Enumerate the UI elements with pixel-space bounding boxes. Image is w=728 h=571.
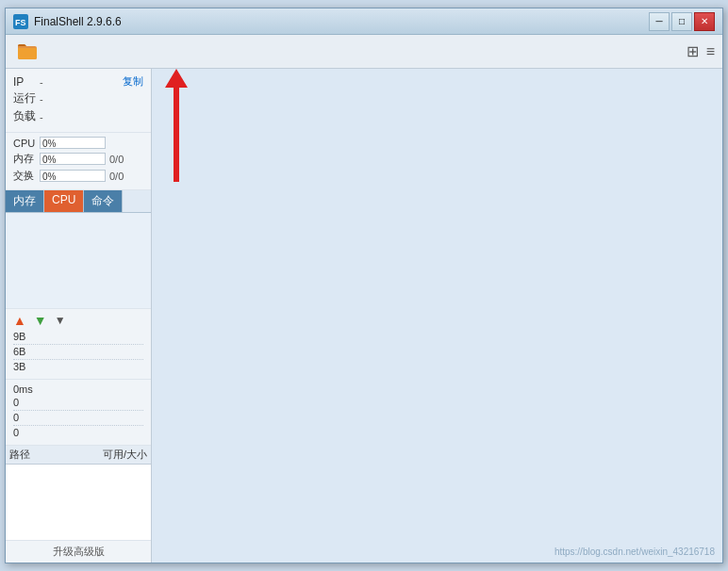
tab-bar: 内存 CPU 命令	[6, 190, 151, 213]
file-table-header: 路径 可用/大小	[6, 446, 151, 465]
upload-icon: ▲	[13, 313, 26, 328]
network-stats: ▲ ▼ ▼ 9B 6B 3B	[6, 308, 151, 379]
maximize-button[interactable]: □	[671, 12, 692, 31]
mem-progress-bar: 0%	[40, 153, 106, 165]
run-row: 运行 -	[13, 90, 143, 106]
latency-val1: 0	[13, 397, 143, 411]
latency-val2: 0	[13, 412, 143, 426]
cpu-label: CPU	[13, 138, 36, 149]
progress-section: CPU 0% 内存 0% 0/0 交换	[6, 133, 151, 190]
right-content: https://blog.csdn.net/weixin_43216718	[152, 69, 722, 563]
cpu-progress-bar: 0%	[40, 137, 106, 149]
latency-ms: 0ms	[13, 383, 143, 395]
latency-section: 0ms 0 0 0	[6, 379, 151, 445]
load-row: 负载 -	[13, 108, 143, 124]
mem-row: 内存 0% 0/0	[13, 152, 143, 166]
main-content: IP - 复制 运行 - 负载 - CPU	[6, 69, 722, 563]
title-bar-left: FS FinalShell 2.9.6.6	[13, 14, 122, 29]
file-table-body[interactable]	[6, 465, 151, 541]
cpu-progress-text: 0%	[42, 138, 56, 150]
swap-progress-bar: 0%	[40, 170, 106, 182]
ip-label: IP	[13, 75, 40, 89]
menu-icon[interactable]: ≡	[706, 43, 715, 60]
swap-extra: 0/0	[109, 171, 124, 182]
mem-label: 内存	[13, 152, 36, 166]
close-button[interactable]: ✕	[694, 12, 715, 31]
neutral-icon: ▼	[55, 314, 66, 327]
minimize-button[interactable]: ─	[649, 12, 670, 31]
mem-progress-text: 0%	[42, 154, 56, 166]
ip-row: IP - 复制	[13, 74, 143, 89]
run-label: 运行	[13, 90, 40, 106]
net-stat-9b: 9B	[13, 331, 143, 345]
toolbar-right: ⊞ ≡	[687, 42, 715, 60]
tab-mem[interactable]: 内存	[6, 190, 44, 212]
tab-cpu[interactable]: CPU	[44, 190, 84, 212]
mem-extra: 0/0	[109, 154, 124, 165]
run-value: -	[40, 93, 43, 105]
path-column-header: 路径	[9, 448, 91, 462]
cpu-row: CPU 0%	[13, 137, 143, 149]
grid-view-icon[interactable]: ⊞	[687, 42, 699, 60]
svg-text:FS: FS	[15, 18, 26, 27]
load-label: 负载	[13, 108, 40, 124]
tab-content	[6, 213, 151, 308]
network-arrows: ▲ ▼ ▼	[13, 313, 143, 328]
red-arrow-indicator	[165, 69, 188, 182]
title-bar: FS FinalShell 2.9.6.6 ─ □ ✕	[6, 8, 722, 35]
info-panel: IP - 复制 运行 - 负载 -	[6, 69, 151, 133]
swap-label: 交换	[13, 169, 36, 183]
folder-button[interactable]	[13, 39, 41, 65]
net-stat-3b: 3B	[13, 361, 143, 374]
ip-value: -	[40, 76, 43, 88]
load-value: -	[40, 111, 43, 122]
upgrade-footer[interactable]: 升级高级版	[6, 540, 151, 563]
toolbar: ⊞ ≡	[6, 35, 722, 69]
window-title: FinalShell 2.9.6.6	[34, 15, 122, 28]
swap-progress-text: 0%	[42, 171, 56, 183]
net-stat-6b: 6B	[13, 346, 143, 360]
title-buttons: ─ □ ✕	[649, 12, 715, 31]
arrow-shaft	[174, 88, 179, 182]
latency-val3: 0	[13, 427, 143, 440]
arrow-head	[165, 69, 188, 88]
size-column-header: 可用/大小	[91, 448, 147, 462]
folder-icon	[16, 42, 39, 61]
download-icon: ▼	[34, 313, 47, 328]
tab-cmd[interactable]: 命令	[84, 190, 123, 212]
watermark: https://blog.csdn.net/weixin_43216718	[554, 547, 715, 557]
app-icon: FS	[13, 14, 28, 29]
copy-button[interactable]: 复制	[123, 74, 143, 89]
main-window: FS FinalShell 2.9.6.6 ─ □ ✕ ⊞ ≡	[5, 8, 723, 563]
swap-row: 交换 0% 0/0	[13, 169, 143, 183]
file-table-section: 路径 可用/大小	[6, 445, 151, 541]
sidebar: IP - 复制 运行 - 负载 - CPU	[6, 69, 152, 563]
